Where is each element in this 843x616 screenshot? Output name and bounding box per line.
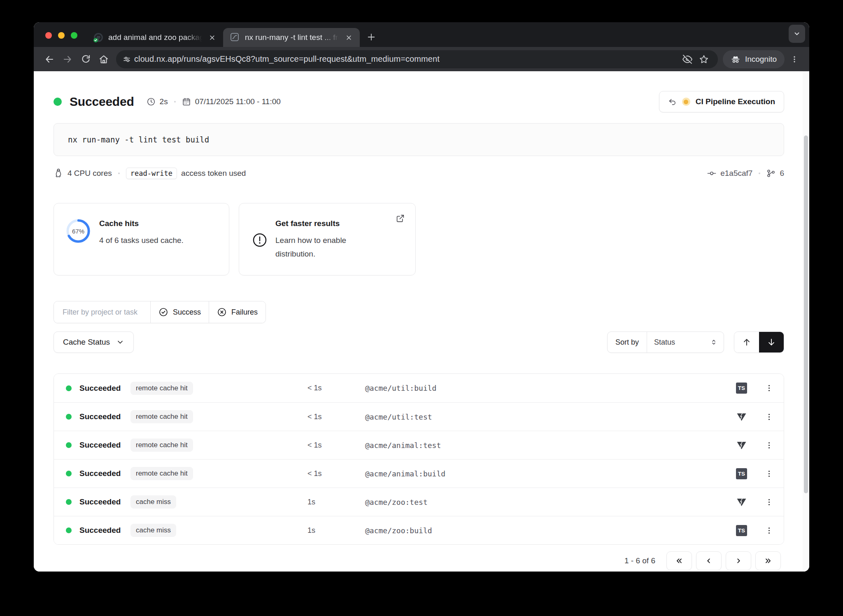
filter-input[interactable] (54, 301, 150, 323)
status-dot (54, 98, 62, 106)
filter-success-toggle[interactable]: Success (150, 301, 209, 323)
row-menu-icon[interactable] (764, 497, 774, 508)
sort-descending-button[interactable] (759, 332, 784, 352)
command-text: nx run-many -t lint test build (68, 135, 209, 144)
home-icon[interactable] (95, 50, 113, 68)
next-page-button[interactable] (726, 551, 751, 570)
run-duration: 2s (160, 97, 168, 106)
row-task-name[interactable]: @acme/animal:build (363, 469, 736, 478)
pipeline-status-dot (682, 98, 690, 106)
tab-close-icon[interactable] (207, 32, 217, 43)
incognito-badge[interactable]: Incognito (723, 50, 785, 68)
ts-icon: TS (736, 383, 747, 394)
cache-status-dropdown[interactable]: Cache Status (54, 331, 134, 353)
check-circle-icon (158, 307, 168, 317)
table-row[interactable]: Succeeded remote cache hit < 1s @acme/ut… (54, 402, 784, 431)
row-duration: < 1s (305, 413, 363, 421)
row-status-label: Succeeded (79, 469, 130, 478)
info-circle-icon (252, 232, 268, 259)
forward-icon[interactable] (58, 50, 77, 68)
tab-close-icon[interactable] (343, 32, 354, 43)
maximize-window-button[interactable] (71, 32, 77, 39)
commit-sha[interactable]: e1a5caf7 (720, 169, 752, 178)
cpu-cores-text: 4 CPU cores (68, 169, 112, 178)
tab-github-pr[interactable]: add animal and zoo packages (86, 28, 223, 47)
reload-icon[interactable] (77, 50, 95, 68)
calendar-icon (182, 97, 191, 106)
status-dot (66, 499, 72, 505)
row-status-group: Succeeded cache miss (64, 495, 305, 509)
task-table: Succeeded remote cache hit < 1s @acme/ut… (54, 373, 784, 545)
task-count[interactable]: 6 (780, 169, 784, 178)
separator-dot (759, 173, 760, 174)
back-icon[interactable] (40, 50, 58, 68)
ci-pipeline-execution-button[interactable]: CI Pipeline Execution (659, 91, 784, 112)
row-menu-icon[interactable] (764, 468, 774, 479)
row-status-label: Succeeded (79, 526, 130, 535)
url-bar[interactable]: cloud.nx.app/runs/agsvEHsQc8?utm_source=… (116, 50, 718, 68)
ts-icon: TS (736, 525, 747, 536)
row-duration: 1s (305, 526, 363, 535)
table-row[interactable]: Succeeded cache miss 1s @acme/zoo:build … (54, 516, 784, 544)
first-page-button[interactable] (666, 551, 692, 570)
vitest-icon (736, 411, 747, 422)
row-duration: < 1s (305, 469, 363, 478)
table-row[interactable]: Succeeded cache miss 1s @acme/zoo:test T… (54, 488, 784, 516)
tab-nx-run[interactable]: nx run-many -t lint test ... fro (223, 28, 360, 47)
table-row[interactable]: Succeeded remote cache hit < 1s @acme/ut… (54, 374, 784, 402)
site-settings-icon[interactable] (119, 52, 134, 67)
row-task-name[interactable]: @acme/animal:test (363, 441, 736, 450)
table-row[interactable]: Succeeded remote cache hit < 1s @acme/an… (54, 431, 784, 459)
row-status-label: Succeeded (79, 497, 130, 506)
access-token-badge: read-write (126, 168, 177, 179)
distribution-card[interactable]: Get faster results Learn how to enable d… (239, 203, 416, 275)
filter-failures-toggle[interactable]: Failures (209, 301, 265, 323)
tab-search-chevron-button[interactable] (789, 25, 805, 43)
row-actions: TS (736, 468, 774, 479)
cache-status-badge: remote cache hit (130, 410, 193, 423)
table-row[interactable]: Succeeded remote cache hit < 1s @acme/an… (54, 459, 784, 488)
sort-direction-group (734, 331, 784, 353)
row-menu-icon[interactable] (764, 411, 774, 422)
row-actions: TS (736, 497, 774, 508)
pagination: 1 - 6 of 6 (54, 551, 784, 570)
row-duration: < 1s (305, 441, 363, 450)
cache-status-badge: cache miss (130, 524, 176, 537)
row-task-name[interactable]: @acme/util:build (363, 384, 736, 392)
chevron-down-icon (116, 338, 124, 346)
new-tab-button[interactable] (363, 29, 380, 45)
row-menu-icon[interactable] (764, 440, 774, 451)
status-dot (66, 471, 72, 476)
eye-off-icon[interactable] (679, 52, 696, 67)
sort-select[interactable]: Status (647, 332, 724, 352)
browser-window: add animal and zoo packages nx run-many … (34, 22, 809, 572)
row-task-name[interactable]: @acme/util:test (363, 413, 736, 421)
close-window-button[interactable] (45, 32, 52, 39)
sort-ascending-button[interactable] (734, 332, 759, 352)
tab-title: nx run-many -t lint test ... fro (245, 33, 339, 42)
status-dot (66, 527, 72, 533)
bookmark-star-icon[interactable] (696, 52, 712, 67)
last-page-button[interactable] (755, 551, 781, 570)
browser-menu-icon[interactable] (786, 50, 803, 68)
row-status-group: Succeeded remote cache hit (64, 439, 305, 452)
row-status-group: Succeeded remote cache hit (64, 382, 305, 395)
scrollbar-thumb[interactable] (804, 135, 808, 493)
row-menu-icon[interactable] (764, 383, 774, 394)
cache-donut-chart: 67% (66, 219, 90, 243)
cache-status-badge: remote cache hit (130, 439, 193, 452)
row-actions: TS (736, 411, 774, 422)
prev-page-button[interactable] (696, 551, 722, 570)
url-text[interactable]: cloud.nx.app/runs/agsvEHsQc8?utm_source=… (134, 54, 679, 64)
row-menu-icon[interactable] (764, 525, 774, 536)
sort-by-label: Sort by (608, 332, 647, 352)
minimize-window-button[interactable] (58, 32, 65, 39)
filter-bar: Success Failures (54, 301, 266, 323)
commit-info: e1a5caf7 6 (707, 169, 784, 178)
incognito-label: Incognito (745, 55, 777, 64)
row-task-name[interactable]: @acme/zoo:build (363, 526, 736, 535)
pipeline-label: CI Pipeline Execution (696, 97, 775, 106)
page-content: Succeeded 2s 07/11/2025 11:00 - 11:00 (34, 71, 809, 572)
row-task-name[interactable]: @acme/zoo:test (363, 498, 736, 506)
cache-status-badge: remote cache hit (130, 382, 193, 395)
